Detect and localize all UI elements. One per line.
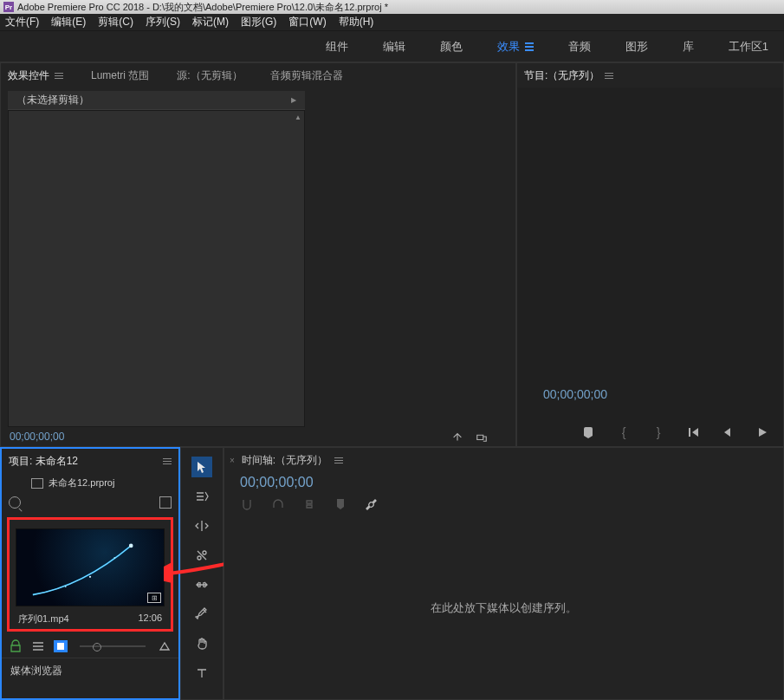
- effect-controls-header-text: （未选择剪辑）: [16, 93, 89, 107]
- project-panel-menu-icon[interactable]: [163, 458, 172, 464]
- menu-help[interactable]: 帮助(H): [339, 15, 374, 29]
- clip-thumbnail[interactable]: ⊞: [16, 528, 165, 606]
- tab-timeline[interactable]: 时间轴:（无序列）: [242, 453, 327, 468]
- clip-type-icon: ⊞: [147, 593, 161, 603]
- project-file-name: 未命名12.prproj: [49, 476, 114, 489]
- timeline-drop-hint: 在此处放下媒体以创建序列。: [431, 600, 577, 616]
- ws-effects[interactable]: 效果: [497, 39, 534, 55]
- annotation-red-box: ⊞ 序列01.mp4 12:06: [7, 517, 173, 632]
- ws-effects-label: 效果: [497, 39, 520, 55]
- ws-workspace1[interactable]: 工作区1: [729, 39, 768, 55]
- project-file-row: 未命名12.prproj: [2, 473, 178, 493]
- title-bar: Pr Adobe Premiere Pro CC 2018 - D:\我的文档\…: [0, 0, 784, 14]
- ws-audio[interactable]: 音频: [568, 39, 591, 55]
- menu-clip[interactable]: 剪辑(C): [98, 15, 133, 29]
- list-view-icon[interactable]: [31, 640, 45, 652]
- search-icon[interactable]: [9, 496, 21, 509]
- source-panel-tabs: 效果控件 Lumetri 范围 源:（无剪辑） 音频剪辑混合器: [1, 63, 515, 88]
- mark-in-icon[interactable]: [582, 425, 596, 439]
- program-monitor-body: 00;00;00;00 { }: [517, 88, 783, 446]
- svg-point-1: [89, 576, 91, 578]
- write-lock-icon[interactable]: [9, 640, 23, 652]
- magnet-icon[interactable]: [271, 497, 285, 511]
- clip-caption: 序列01.mp4 12:06: [13, 611, 167, 627]
- search-input[interactable]: [26, 502, 154, 503]
- ws-graphics[interactable]: 图形: [625, 39, 648, 55]
- window-title: Adobe Premiere Pro CC 2018 - D:\我的文档\Ado…: [17, 1, 388, 14]
- new-bin-icon[interactable]: [159, 496, 172, 509]
- step-back-icon[interactable]: [721, 425, 735, 439]
- bracket-left-icon[interactable]: {: [617, 425, 631, 439]
- panel-menu-icon[interactable]: [55, 73, 63, 79]
- play-icon[interactable]: [755, 425, 769, 439]
- tab-program[interactable]: 节目:（无序列）: [524, 68, 613, 83]
- track-select-tool[interactable]: [191, 486, 212, 507]
- menu-window[interactable]: 窗口(W): [288, 15, 326, 29]
- slip-tool[interactable]: [191, 574, 212, 595]
- razor-tool[interactable]: [191, 545, 212, 566]
- effect-controls-header: （未选择剪辑） ▶: [8, 91, 305, 110]
- svg-rect-4: [57, 643, 64, 650]
- program-panel-menu-icon[interactable]: [605, 73, 613, 79]
- project-panel-tabs: 项目: 未命名12: [2, 449, 178, 473]
- project-search-row: [2, 493, 178, 512]
- zoom-slider[interactable]: [80, 645, 146, 647]
- ripple-edit-tool[interactable]: [191, 515, 212, 536]
- ws-color[interactable]: 颜色: [440, 39, 463, 55]
- clip-name: 序列01.mp4: [18, 612, 69, 625]
- go-to-in-icon[interactable]: [686, 425, 700, 439]
- source-timecode: 00;00;00;00: [10, 431, 64, 443]
- tab-project[interactable]: 项目: 未命名12: [9, 454, 78, 469]
- menu-edit[interactable]: 编辑(E): [51, 15, 86, 29]
- ws-assembly[interactable]: 组件: [326, 39, 348, 55]
- menu-file[interactable]: 文件(F): [5, 15, 39, 29]
- tab-source[interactable]: 源:（无剪辑）: [177, 68, 242, 83]
- timeline-drop-zone[interactable]: 在此处放下媒体以创建序列。: [224, 516, 783, 699]
- icon-view-icon[interactable]: [54, 640, 68, 652]
- selection-tool[interactable]: [191, 457, 212, 477]
- timeline-panel-menu-icon[interactable]: [334, 457, 343, 463]
- timeline-panel: × 时间轴:（无序列） 00;00;00;00 在此处放下媒体以创建序列。: [224, 447, 784, 700]
- settings-icon[interactable]: [365, 497, 379, 511]
- hand-tool[interactable]: [191, 633, 212, 654]
- effect-controls-body: ▲: [8, 110, 305, 427]
- menu-marker[interactable]: 标记(M): [192, 15, 229, 29]
- snap-icon[interactable]: [240, 497, 254, 511]
- media-browser-tab[interactable]: 媒体浏览器: [2, 658, 178, 684]
- type-tool[interactable]: [191, 663, 212, 684]
- source-transport: 00;00;00;00: [1, 427, 515, 446]
- tool-strip: [180, 447, 224, 700]
- workspace-tabs: 组件 编辑 颜色 效果 音频 图形 库 工作区1: [0, 31, 784, 62]
- source-panel-group: 效果控件 Lumetri 范围 源:（无剪辑） 音频剪辑混合器 （未选择剪辑） …: [0, 62, 516, 447]
- export-frame-icon[interactable]: [476, 431, 488, 443]
- clip-duration: 12:06: [138, 612, 162, 625]
- auto-match-icon[interactable]: [158, 640, 172, 652]
- project-panel: 项目: 未命名12 未命名12.prproj: [0, 447, 180, 700]
- tab-lumetri[interactable]: Lumetri 范围: [91, 68, 149, 83]
- playhead-icon[interactable]: ▶: [291, 96, 296, 104]
- menu-graphic[interactable]: 图形(G): [241, 15, 276, 29]
- scroll-up-icon[interactable]: ▲: [292, 111, 304, 123]
- close-panel-icon[interactable]: ×: [230, 456, 235, 465]
- tab-audio-mixer[interactable]: 音频剪辑混合器: [270, 68, 343, 83]
- marker-icon[interactable]: [334, 497, 347, 511]
- menu-sequence[interactable]: 序列(S): [146, 15, 180, 29]
- ws-editing[interactable]: 编辑: [383, 39, 405, 55]
- ws-effects-menu-icon[interactable]: [525, 42, 534, 51]
- program-panel-tabs: 节目:（无序列）: [517, 63, 783, 88]
- toggle-loop-icon[interactable]: [451, 431, 463, 443]
- program-transport: { }: [517, 418, 783, 446]
- tab-effect-controls[interactable]: 效果控件: [8, 68, 63, 83]
- linked-selection-icon[interactable]: [302, 497, 316, 511]
- bracket-right-icon[interactable]: }: [651, 425, 665, 439]
- svg-point-2: [65, 586, 67, 587]
- ws-library[interactable]: 库: [683, 39, 694, 55]
- program-monitor-panel: 节目:（无序列） 00;00;00;00 { }: [516, 62, 784, 447]
- svg-point-3: [113, 557, 115, 559]
- tab-effect-controls-label: 效果控件: [8, 68, 49, 83]
- tab-program-label: 节目:（无序列）: [524, 68, 599, 83]
- pen-tool[interactable]: [191, 604, 212, 625]
- project-toolbar: [2, 635, 178, 658]
- tab-project-label: 项目: 未命名12: [9, 454, 78, 469]
- timeline-panel-tabs: × 时间轴:（无序列）: [224, 448, 783, 473]
